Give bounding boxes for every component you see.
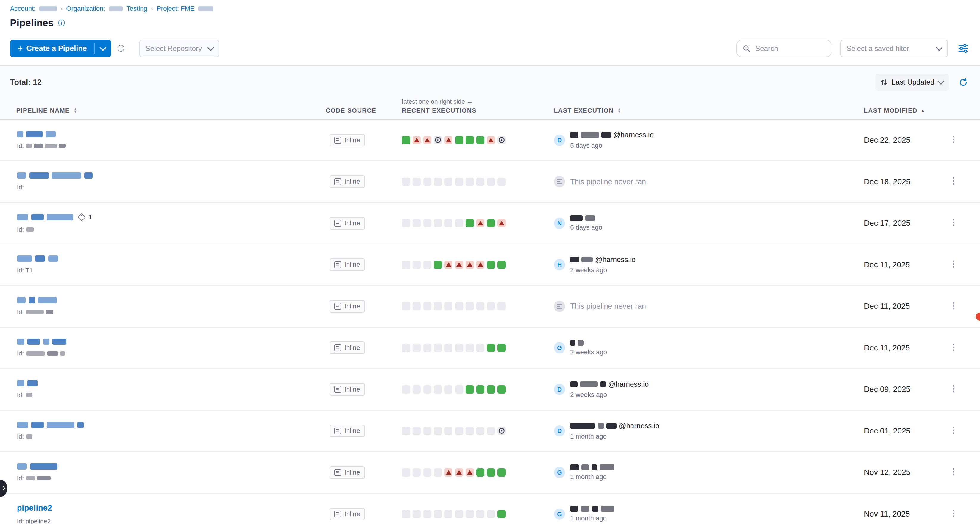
redacted-text <box>47 351 58 356</box>
pipeline-row[interactable]: 1 Id: Inline N 6 days ago Dec 17, 2025 <box>0 203 980 244</box>
row-menu-button[interactable] <box>949 427 958 435</box>
pipeline-row[interactable]: Id: Inline G 1 month ago Nov 12, 2025 <box>0 452 980 494</box>
pipeline-row[interactable]: Id: Inline D @harness.io 2 weeks ago Dec… <box>0 369 980 411</box>
execution-status-empty <box>487 427 495 435</box>
row-menu-button[interactable] <box>949 177 958 186</box>
execution-status-success[interactable] <box>498 468 506 476</box>
pipeline-name-link[interactable]: pipeline2 <box>17 503 52 513</box>
execution-status-success[interactable] <box>402 136 410 144</box>
pipeline-name[interactable] <box>17 297 57 303</box>
breadcrumb-organization[interactable]: Organization: <box>66 5 105 13</box>
execution-status-aborted[interactable] <box>498 136 506 144</box>
row-menu-button[interactable] <box>949 136 958 144</box>
execution-status-failed[interactable] <box>444 136 452 144</box>
execution-status-failed[interactable] <box>444 261 452 269</box>
user-avatar <box>554 301 565 312</box>
execution-status-success[interactable] <box>476 136 484 144</box>
pipeline-name[interactable] <box>17 131 56 137</box>
breadcrumb-account[interactable]: Account: <box>10 5 36 13</box>
execution-status-success[interactable] <box>498 510 506 518</box>
row-menu-button[interactable] <box>949 219 958 228</box>
create-pipeline-menu-button[interactable] <box>95 40 111 57</box>
row-menu-button[interactable] <box>949 510 958 518</box>
pipeline-list-area: Total: 12 Last Updated PIPELINE NAME ▲▼ … <box>0 65 980 524</box>
execution-status-failed[interactable] <box>466 468 474 476</box>
execution-status-failed[interactable] <box>455 468 463 476</box>
execution-status-success[interactable] <box>498 344 506 352</box>
pipeline-id-redacted <box>26 351 65 356</box>
execution-status-success[interactable] <box>455 136 463 144</box>
execution-status-failed[interactable] <box>476 261 484 269</box>
pipeline-row[interactable]: Id: Inline G 2 weeks ago Dec 11, 2025 <box>0 328 980 369</box>
execution-status-success[interactable] <box>487 261 495 269</box>
breadcrumb-project[interactable]: Project: FME <box>157 5 194 13</box>
row-menu-button[interactable] <box>949 261 958 269</box>
execution-status-failed[interactable] <box>455 261 463 269</box>
execution-status-success[interactable] <box>487 219 495 227</box>
pipeline-name[interactable] <box>17 172 92 178</box>
row-menu-button[interactable] <box>949 344 958 352</box>
execution-status-success[interactable] <box>466 219 474 227</box>
execution-status-success[interactable] <box>487 468 495 476</box>
refresh-button[interactable] <box>956 75 970 89</box>
execution-status-success[interactable] <box>498 261 506 269</box>
execution-status-success[interactable] <box>487 344 495 352</box>
create-pipeline-button[interactable]: + Create a Pipeline <box>10 40 111 57</box>
execution-status-failed[interactable] <box>466 261 474 269</box>
execution-status-success[interactable] <box>487 385 495 393</box>
pipeline-name[interactable] <box>17 255 58 262</box>
pipelines-info-icon[interactable]: ⓘ <box>58 20 65 27</box>
recent-executions <box>402 427 554 435</box>
row-menu-button[interactable] <box>949 302 958 311</box>
row-menu-button[interactable] <box>949 385 958 393</box>
execution-status-empty <box>487 510 495 518</box>
redacted-text <box>601 506 614 512</box>
pipeline-name[interactable]: pipeline2 <box>17 503 52 513</box>
execution-status-empty <box>413 510 421 518</box>
pipelines-page: Account: › Organization: Testing › Proje… <box>0 0 980 524</box>
pipeline-name[interactable] <box>17 422 84 428</box>
execution-status-failed[interactable] <box>413 136 421 144</box>
pipeline-row[interactable]: Id: T1 Inline H @harness.io 2 weeks ago … <box>0 244 980 286</box>
create-pipeline-info-icon[interactable]: ⓘ <box>117 45 124 52</box>
last-execution: G 1 month ago <box>554 464 864 481</box>
header-last-execution[interactable]: LAST EXECUTION ▲▼ <box>554 107 864 114</box>
execution-status-empty <box>466 344 474 352</box>
select-repository-dropdown[interactable]: Select Repository <box>139 40 220 57</box>
search-box[interactable] <box>737 40 832 57</box>
execution-status-aborted[interactable] <box>434 136 442 144</box>
row-menu-button[interactable] <box>949 468 958 477</box>
pipeline-name[interactable] <box>17 380 38 387</box>
execution-status-failed[interactable] <box>476 219 484 227</box>
search-input[interactable] <box>754 44 825 53</box>
saved-filter-dropdown[interactable]: Select a saved filter <box>840 40 948 57</box>
execution-status-failed[interactable] <box>498 219 506 227</box>
pipeline-name[interactable] <box>17 339 66 345</box>
pipeline-row[interactable]: Id: Inline This pipeline never ran Dec 1… <box>0 161 980 203</box>
breadcrumb-organization-name[interactable]: Testing <box>127 5 147 13</box>
execution-status-aborted[interactable] <box>498 427 506 435</box>
header-pipeline-name[interactable]: PIPELINE NAME ▲▼ <box>0 107 326 114</box>
inline-source-icon <box>334 137 341 143</box>
redacted-text <box>585 215 595 221</box>
sort-dropdown[interactable]: Last Updated <box>875 74 949 91</box>
execution-status-failed[interactable] <box>423 136 431 144</box>
filter-button[interactable] <box>956 42 970 56</box>
pipeline-name[interactable]: 1 <box>17 213 92 221</box>
pipeline-id-label: Id: <box>17 309 24 315</box>
pipeline-row[interactable]: Id: Inline D @harness.io 1 month ago Dec… <box>0 411 980 452</box>
execution-status-success[interactable] <box>466 385 474 393</box>
pipeline-row[interactable]: pipeline2 Id: pipeline2 Inline G 1 month… <box>0 494 980 524</box>
pipeline-row[interactable]: Id: Inline This pipeline never ran Dec 1… <box>0 286 980 328</box>
execution-status-success[interactable] <box>476 385 484 393</box>
execution-status-success[interactable] <box>466 136 474 144</box>
pipeline-name[interactable] <box>17 463 57 470</box>
execution-status-failed[interactable] <box>487 136 495 144</box>
execution-status-success[interactable] <box>476 468 484 476</box>
execution-status-failed[interactable] <box>444 468 452 476</box>
execution-status-success[interactable] <box>498 385 506 393</box>
redacted-text <box>31 214 44 220</box>
pipeline-row[interactable]: Id: Inline D @harness.io 5 days ago Dec … <box>0 120 980 161</box>
execution-status-success[interactable] <box>434 261 442 269</box>
header-last-modified[interactable]: LAST MODIFIED ▲ <box>864 107 945 114</box>
